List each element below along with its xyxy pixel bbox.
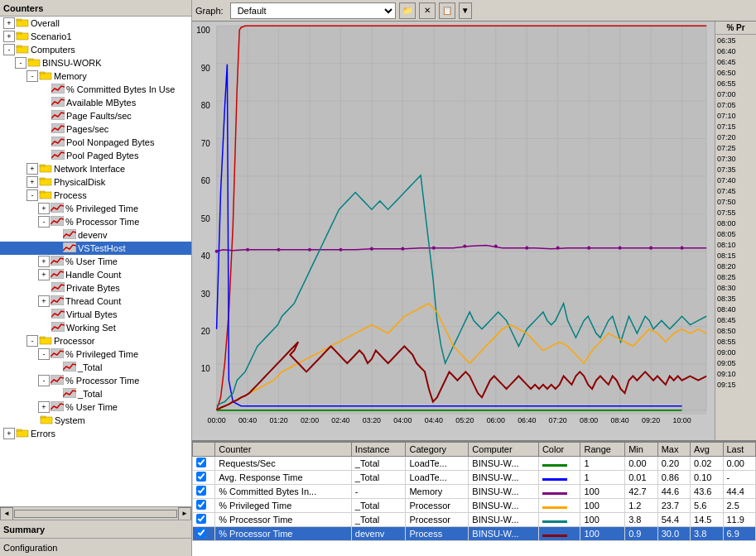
tree-item-proc-time[interactable]: -% Processor Time (0, 215, 191, 228)
col-color[interactable]: Color (538, 443, 580, 457)
tree-item-priv-time[interactable]: +% Privileged Time (0, 202, 191, 215)
cell-max: 0.20 (657, 457, 690, 471)
configuration-tab[interactable]: Configuration (0, 538, 191, 556)
tree-item-private-bytes[interactable]: Private Bytes (0, 281, 191, 295)
col-check[interactable] (193, 443, 215, 457)
col-last[interactable]: Last (723, 443, 756, 457)
expander-memory[interactable]: - (26, 70, 38, 82)
expander-errors[interactable]: + (3, 428, 15, 439)
tree-item-user-time[interactable]: +% User Time (0, 255, 191, 268)
tree-label-binsu-work: BINSU-WORK (42, 58, 102, 68)
tree-label-private-bytes: Private Bytes (66, 283, 120, 293)
expander-network-interface[interactable]: + (26, 163, 38, 175)
expander-physical-disk[interactable]: + (26, 176, 38, 188)
tree-item-binsu-work[interactable]: -BINSU-WORK (0, 56, 191, 70)
cell-computer: BINSU-W... (469, 457, 539, 471)
table-row[interactable]: % Processor TimedevenvProcessBINSU-W...1… (193, 527, 756, 541)
col-max[interactable]: Max (657, 443, 690, 457)
tree-item-proc-priv-total[interactable]: _Total (0, 361, 191, 374)
scroll-left-btn[interactable]: ◄ (0, 507, 13, 520)
tree-item-network-interface[interactable]: +Network Interface (0, 162, 191, 175)
close-btn[interactable]: ✕ (419, 2, 436, 19)
tree-item-working-set[interactable]: Working Set (0, 321, 191, 334)
row-checkbox[interactable] (196, 486, 206, 496)
tree-item-system[interactable]: System (0, 414, 191, 427)
tree-item-pool-paged[interactable]: Pool Paged Bytes (0, 149, 191, 162)
tree-item-pool-nonpaged[interactable]: Pool Nonpaged Bytes (0, 136, 191, 149)
tree-item-physical-disk[interactable]: +PhysicalDisk (0, 175, 191, 189)
tree-item-page-faults[interactable]: Page Faults/sec (0, 109, 191, 122)
expander-proc-priv[interactable]: - (38, 348, 50, 360)
tree-item-process[interactable]: -Process (0, 189, 191, 202)
expander-proc-user[interactable]: + (38, 401, 50, 413)
tree-item-proc-priv[interactable]: -% Privileged Time (0, 348, 191, 361)
expander-processor[interactable]: - (26, 335, 38, 347)
expander-scenario1[interactable]: + (3, 31, 15, 42)
tree-item-proc-user[interactable]: +% User Time (0, 400, 191, 414)
cell-last: 6.9 (723, 527, 756, 541)
expander-user-time[interactable]: + (38, 256, 50, 267)
legend-time: 08:00 (717, 218, 754, 229)
table-row[interactable]: Avg. Response Time_TotalLoadTe...BINSU-W… (193, 471, 756, 485)
tree-item-errors[interactable]: +Errors (0, 427, 191, 440)
expander-process[interactable]: - (26, 189, 38, 201)
expander-proc-time[interactable]: - (38, 216, 50, 228)
expander-thread-count[interactable]: + (38, 295, 50, 307)
counters-title: Counters (3, 3, 43, 13)
tree-item-overall[interactable]: +Overall (0, 17, 191, 30)
scroll-right-btn[interactable]: ► (178, 507, 191, 520)
expander-overall[interactable]: + (3, 17, 15, 29)
tree-item-available[interactable]: Available MBytes (0, 96, 191, 109)
legend-time: 06:55 (717, 79, 754, 89)
row-checkbox[interactable] (196, 514, 206, 524)
tree-item-virtual-bytes[interactable]: Virtual Bytes (0, 308, 191, 321)
chart-icon-committed (51, 84, 65, 95)
expander-computers[interactable]: - (3, 44, 15, 55)
tree-item-committed[interactable]: % Committed Bytes In Use (0, 83, 191, 96)
scroll-track[interactable] (14, 510, 177, 518)
col-computer[interactable]: Computer (469, 443, 539, 457)
graph-toolbar: Graph: Default 📁 ✕ 📋 ▼ (192, 0, 756, 22)
table-row[interactable]: % Committed Bytes In...-MemoryBINSU-W...… (193, 485, 756, 499)
col-avg[interactable]: Avg (691, 443, 723, 457)
tree-label-processor: Processor (54, 336, 95, 346)
expander-proc-proc-time[interactable]: - (38, 375, 50, 386)
expander-priv-time[interactable]: + (38, 203, 50, 214)
col-min[interactable]: Min (625, 443, 657, 457)
tree-item-handle-count[interactable]: +Handle Count (0, 268, 191, 281)
col-category[interactable]: Category (406, 443, 469, 457)
tree-item-processor[interactable]: -Processor (0, 334, 191, 348)
expander-handle-count[interactable]: + (38, 269, 50, 280)
table-row[interactable]: % Privileged Time_TotalProcessorBINSU-W.… (193, 499, 756, 513)
row-checkbox[interactable] (196, 472, 206, 482)
cell-min: 3.8 (625, 513, 657, 527)
col-counter[interactable]: Counter (215, 443, 352, 457)
table-row[interactable]: Requests/Sec_TotalLoadTe...BINSU-W...10.… (193, 457, 756, 471)
dropdown-arrow[interactable]: ▼ (459, 2, 472, 19)
row-checkbox[interactable] (196, 458, 206, 467)
legend-time: 07:20 (717, 132, 754, 143)
tree-item-thread-count[interactable]: +Thread Count (0, 295, 191, 308)
tree-item-memory[interactable]: -Memory (0, 70, 191, 83)
tree-item-proc-proc-time[interactable]: -% Processor Time (0, 374, 191, 387)
col-range[interactable]: Range (580, 443, 625, 457)
tree-item-computers[interactable]: -Computers (0, 43, 191, 56)
row-checkbox[interactable] (196, 528, 206, 538)
expander-binsu-work[interactable]: - (15, 57, 26, 69)
tree-item-proc-total[interactable]: _Total (0, 387, 191, 400)
copy-btn[interactable]: 📋 (439, 2, 455, 19)
svg-rect-12 (51, 110, 65, 120)
tree-item-pages-sec[interactable]: Pages/sec (0, 122, 191, 136)
tree-item-vstesthost[interactable]: VSTestHost (0, 242, 191, 255)
tree-item-devenv[interactable]: devenv (0, 228, 191, 242)
cell-color (538, 471, 580, 485)
col-instance[interactable]: Instance (351, 443, 406, 457)
graph-select[interactable]: Default (230, 2, 396, 19)
tree-item-scenario1[interactable]: +Scenario1 (0, 30, 191, 43)
row-checkbox[interactable] (196, 500, 206, 510)
folder-icon-network-interface (39, 163, 52, 175)
table-row[interactable]: % Processor Time_TotalProcessorBINSU-W..… (193, 513, 756, 527)
folder-btn[interactable]: 📁 (399, 2, 416, 19)
cell-counter: % Privileged Time (215, 499, 352, 513)
graph-svg: 100 90 80 70 60 50 40 30 20 10 (192, 22, 715, 440)
